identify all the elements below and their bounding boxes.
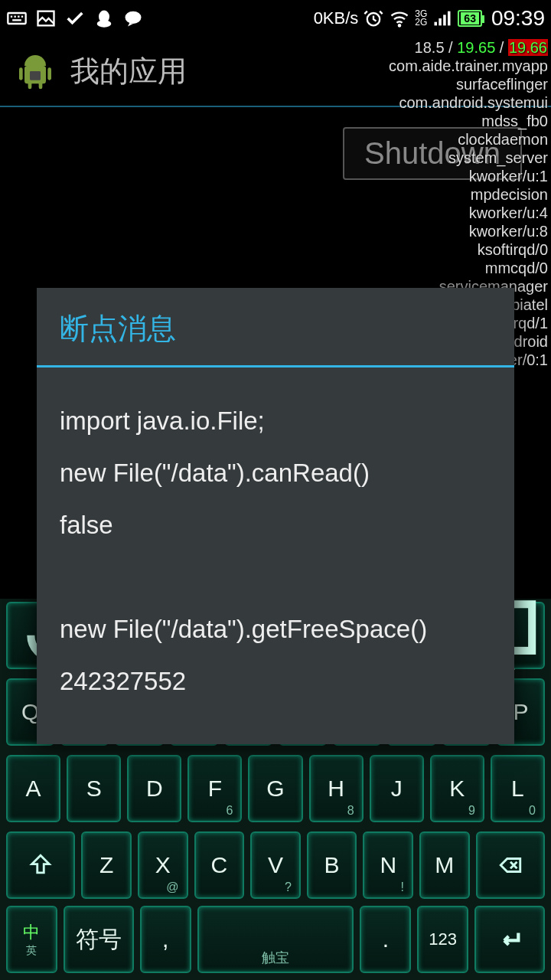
svg-rect-15 [448,11,451,26]
kb-key-h[interactable]: H8 [309,755,364,822]
proc-item: kworker/u:8 [389,222,548,240]
kb-key-f[interactable]: F6 [187,755,242,822]
chat-icon [122,8,144,29]
alarm-icon [363,8,384,29]
proc-item: system_server [389,149,548,167]
kb-enter-key[interactable] [474,906,545,973]
battery-icon: 63 [458,10,482,27]
image-icon [35,8,57,29]
proc-item: clockdaemon [389,130,548,149]
kb-key-g[interactable]: G [248,755,302,822]
kb-key-x[interactable]: X@ [138,831,188,899]
network-label: 3G 2G [415,10,427,27]
svg-point-11 [399,24,400,26]
kb-key-c[interactable]: C [194,831,245,899]
kb-row-2: ASDF6GH8JK9L0 [0,750,551,827]
kb-key-a[interactable]: A [6,755,60,822]
kb-space-key[interactable]: 触宝 [197,906,354,973]
svg-rect-13 [439,18,442,25]
svg-rect-0 [8,13,25,24]
kb-key-v[interactable]: V? [250,831,301,899]
kb-backspace-key[interactable] [476,831,545,899]
signal-icon [432,8,453,29]
status-bar: 0KB/s 3G 2G 63 09:39 [0,0,551,37]
qq-icon [93,8,115,29]
dialog-line: false [60,508,491,542]
svg-point-8 [97,20,112,27]
battery-pct: 63 [461,12,479,24]
keyboard-icon [6,8,28,29]
dialog-title: 断点消息 [37,288,514,365]
kb-lang-key[interactable]: 中英 [6,906,57,973]
svg-rect-12 [435,22,438,26]
proc-item: surfaceflinger [389,75,548,93]
wifi-icon [389,8,410,29]
check-icon [64,8,86,29]
svg-rect-14 [444,15,447,25]
dialog-line: new File("/data").getFreeSpace() [60,612,491,646]
breakpoint-dialog[interactable]: 断点消息 import java.io.File;new File("/data… [37,288,514,744]
status-right: 0KB/s 3G 2G 63 09:39 [314,6,545,31]
proc-item: mdss_fb0 [389,112,548,130]
proc-item: kworker/u:1 [389,167,548,185]
proc-item: com.android.systemui [389,93,548,112]
kb-row-4: 中英 符号 , 触宝 . 123 [0,903,551,975]
svg-rect-2 [15,16,16,18]
proc-item: com.aide.trainer.myapp [389,57,548,75]
kb-key-z[interactable]: Z [81,831,132,899]
proc-item: mmcqd/0 [389,259,548,277]
proc-item: ksoftirqd/0 [389,240,548,259]
kb-num-key[interactable]: 123 [417,906,468,973]
clock: 09:39 [491,6,545,31]
svg-rect-3 [18,16,19,18]
dialog-line: new File("/data").canRead() [60,456,491,490]
svg-rect-5 [12,19,21,21]
dialog-separator [37,365,514,368]
svg-point-9 [126,11,142,24]
kb-symbol-key[interactable]: 符号 [64,906,134,973]
svg-rect-19 [19,67,23,80]
status-left [6,8,144,29]
svg-rect-20 [47,67,51,80]
dialog-line: 242327552 [60,665,491,698]
proc-item: mpdecision [389,185,548,204]
kb-key-k[interactable]: K9 [430,755,484,822]
svg-rect-23 [30,71,41,80]
svg-rect-1 [11,16,12,18]
kb-key-j[interactable]: J [370,755,424,822]
kb-shift-key[interactable] [6,831,75,899]
kb-key-m[interactable]: M [419,831,470,899]
kb-key-d[interactable]: D [127,755,181,822]
kb-key-n[interactable]: N! [363,831,413,899]
kb-row-3: ZX@CV?BN!M [0,827,551,903]
dialog-line: import java.io.File; [60,404,491,438]
svg-rect-4 [21,16,23,18]
kb-key-s[interactable]: S [67,755,121,822]
android-icon [14,50,57,93]
app-title: 我的应用 [70,52,187,91]
kb-comma-key[interactable]: , [140,906,191,973]
kb-key-l[interactable]: L0 [491,755,545,822]
kb-key-b[interactable]: B [307,831,357,899]
proc-stats: 18.5 / 19.65 / 19.66 [389,38,548,57]
net-speed: 0KB/s [314,8,359,28]
svg-rect-22 [39,82,43,89]
dialog-body: import java.io.File;new File("/data").ca… [37,375,514,744]
proc-item: kworker/u:4 [389,204,548,222]
dialog-line [60,560,491,594]
kb-period-key[interactable]: . [360,906,411,973]
svg-rect-21 [28,82,32,89]
